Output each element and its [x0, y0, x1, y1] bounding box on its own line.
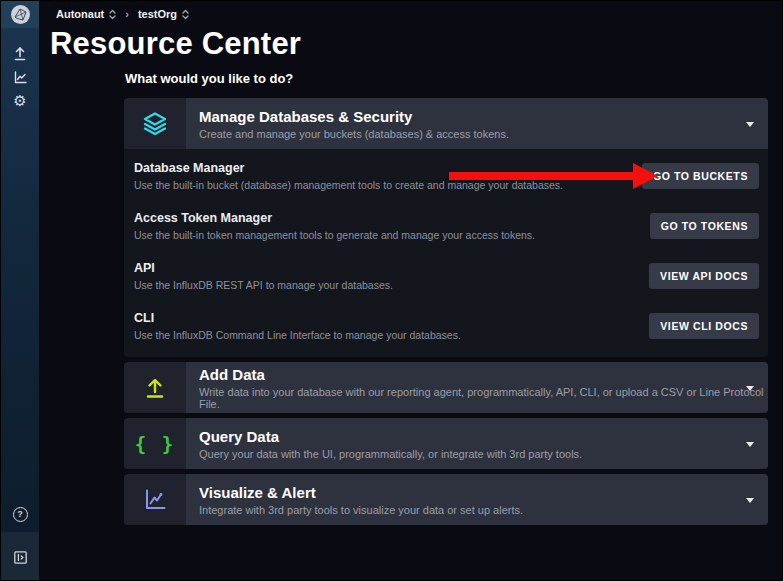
section-description: Write data into your database with our r…	[199, 386, 768, 410]
go-to-tokens-button[interactable]: GO TO TOKENS	[650, 213, 759, 239]
view-api-docs-button[interactable]: VIEW API DOCS	[649, 263, 759, 289]
expand-sidebar-icon[interactable]	[1, 532, 39, 581]
section-visualize-alert: Visualize & Alert Integrate with 3rd par…	[124, 474, 768, 525]
page-prompt: What would you like to do?	[125, 71, 293, 86]
go-to-buckets-button[interactable]: GO TO BUCKETS	[642, 163, 759, 189]
red-arrow-annotation	[449, 172, 635, 180]
red-arrow-head	[633, 163, 658, 189]
resource-center-page: ⚙ ? Autonaut › testOrg	[0, 0, 783, 581]
section-header-add-data[interactable]: Add Data Write data into your database w…	[124, 362, 768, 413]
breadcrumb: Autonaut › testOrg	[56, 8, 189, 20]
section-description: Create and manage your buckets (database…	[199, 128, 768, 140]
layers-icon	[124, 98, 186, 149]
sidebar-nav: ⚙	[1, 28, 39, 109]
section-title: Visualize & Alert	[199, 484, 768, 501]
line-chart-icon	[124, 474, 186, 525]
chevron-down-icon[interactable]	[746, 442, 754, 447]
influxdata-logo-icon	[11, 5, 30, 24]
sidebar-bottom: ?	[1, 496, 39, 581]
chevron-down-icon[interactable]	[746, 386, 754, 391]
breadcrumb-separator: ›	[125, 8, 129, 20]
breadcrumb-project[interactable]: testOrg	[138, 8, 189, 20]
sidebar-logo-cell[interactable]	[1, 1, 39, 28]
row-title: CLI	[134, 311, 461, 325]
section-description: Integrate with 3rd party tools to visual…	[199, 504, 768, 516]
row-cli: CLI Use the InfluxDB Command Line Interf…	[134, 301, 759, 351]
row-title: Access Token Manager	[134, 211, 535, 225]
resource-panel: Manage Databases & Security Create and m…	[124, 98, 768, 530]
row-description: Use the built-in bucket (database) manag…	[134, 179, 563, 191]
row-database-manager: Database Manager Use the built-in bucket…	[134, 151, 759, 201]
section-title: Add Data	[199, 366, 768, 383]
curly-braces-icon: { }	[124, 418, 186, 469]
upload-icon[interactable]	[1, 45, 39, 61]
row-title: API	[134, 261, 393, 275]
org-name: Autonaut	[56, 8, 104, 20]
view-cli-docs-button[interactable]: VIEW CLI DOCS	[649, 313, 759, 339]
sort-caret-icon	[109, 9, 116, 20]
breadcrumb-org[interactable]: Autonaut	[56, 8, 116, 20]
gear-icon[interactable]: ⚙	[1, 93, 39, 109]
sidebar: ⚙ ?	[1, 1, 39, 581]
row-description: Use the built-in token management tools …	[134, 229, 535, 241]
section-title: Manage Databases & Security	[199, 108, 768, 125]
sort-caret-icon	[182, 9, 189, 20]
row-access-token-manager: Access Token Manager Use the built-in to…	[134, 201, 759, 251]
section-header-visualize-alert[interactable]: Visualize & Alert Integrate with 3rd par…	[124, 474, 768, 525]
row-api: API Use the InfluxDB REST API to manage …	[134, 251, 759, 301]
section-query-data: { } Query Data Query your data with the …	[124, 418, 768, 469]
section-add-data: Add Data Write data into your database w…	[124, 362, 768, 413]
chevron-down-icon[interactable]	[746, 498, 754, 503]
row-description: Use the InfluxDB REST API to manage your…	[134, 279, 393, 291]
section-header-query-data[interactable]: { } Query Data Query your data with the …	[124, 418, 768, 469]
section-header-manage-databases[interactable]: Manage Databases & Security Create and m…	[124, 98, 768, 149]
help-icon[interactable]: ?	[1, 496, 39, 532]
upload-icon	[124, 362, 186, 413]
graph-icon[interactable]	[1, 69, 39, 85]
page-title: Resource Center	[50, 26, 301, 62]
section-description: Query your data with the UI, programmati…	[199, 448, 768, 460]
section-title: Query Data	[199, 428, 768, 445]
project-name: testOrg	[138, 8, 177, 20]
row-description: Use the InfluxDB Command Line Interface …	[134, 329, 461, 341]
section-manage-databases: Manage Databases & Security Create and m…	[124, 98, 768, 357]
section-body-manage-databases: Database Manager Use the built-in bucket…	[124, 149, 768, 357]
chevron-down-icon[interactable]	[746, 122, 754, 127]
